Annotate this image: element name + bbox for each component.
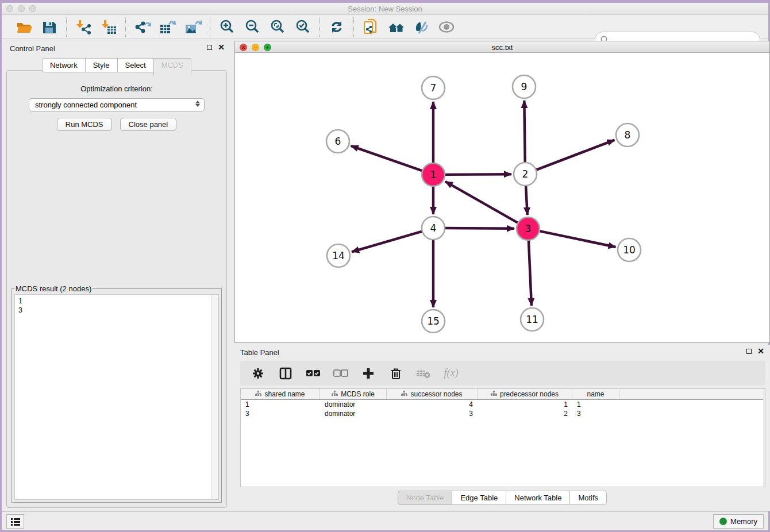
edge-2-8[interactable] bbox=[536, 140, 615, 170]
split-columns-icon[interactable] bbox=[278, 366, 293, 381]
attribute-tree-icon bbox=[332, 390, 338, 398]
edge-1-2[interactable] bbox=[445, 174, 511, 175]
zoom-in-icon[interactable] bbox=[218, 18, 236, 36]
memory-button[interactable]: Memory bbox=[713, 514, 764, 529]
edge-1-6[interactable] bbox=[351, 146, 422, 171]
delete-column-icon[interactable] bbox=[388, 366, 403, 381]
tab-edge-table[interactable]: Edge Table bbox=[452, 491, 506, 505]
node-table[interactable]: shared nameMCDS rolesuccessor nodesprede… bbox=[240, 388, 765, 487]
attribute-tree-icon bbox=[491, 390, 497, 398]
column-header-shared-name[interactable]: shared name bbox=[241, 389, 320, 399]
zoom-out-icon[interactable] bbox=[244, 18, 261, 36]
network-view-window: ✕ − + scc.txt 7968124314101511 bbox=[234, 41, 770, 343]
unselect-all-columns-icon[interactable] bbox=[333, 366, 348, 381]
result-scrollbar[interactable] bbox=[211, 295, 218, 499]
edge-4-14[interactable] bbox=[352, 232, 422, 252]
table-scrollbar[interactable] bbox=[763, 389, 765, 487]
edge-2-3[interactable] bbox=[526, 186, 528, 215]
network-canvas[interactable]: 7968124314101511 bbox=[235, 53, 769, 342]
function-builder-icon[interactable]: f(x) bbox=[444, 366, 459, 381]
table-row[interactable]: 1dominator411 bbox=[241, 400, 765, 409]
graph-node-label: 9 bbox=[521, 81, 528, 92]
add-column-icon[interactable] bbox=[361, 366, 376, 381]
edge-3-11[interactable] bbox=[529, 240, 532, 306]
table-cell[interactable]: 3 bbox=[387, 409, 478, 418]
export-network-icon[interactable] bbox=[134, 18, 151, 36]
column-header-predecessor-nodes[interactable]: predecessor nodes bbox=[478, 389, 572, 399]
mcds-tab-panel: Optimization criterion: strongly connect… bbox=[6, 70, 227, 508]
select-all-columns-icon[interactable] bbox=[306, 366, 321, 381]
window-title: Session: New Session bbox=[2, 5, 768, 13]
float-table-panel-icon[interactable] bbox=[746, 349, 752, 354]
status-bar: Memory bbox=[2, 511, 768, 530]
column-header-MCDS-role[interactable]: MCDS role bbox=[320, 389, 387, 399]
eye-icon[interactable] bbox=[438, 18, 455, 36]
graph-node-label: 7 bbox=[430, 82, 437, 94]
table-cell[interactable]: 1 bbox=[478, 400, 572, 409]
graph-node-label: 15 bbox=[427, 315, 440, 327]
export-table-icon[interactable] bbox=[159, 18, 176, 36]
table-tabs: Node Table Edge Table Network Table Moti… bbox=[234, 491, 770, 505]
mcds-result-lines: 1 3 bbox=[15, 295, 218, 317]
table-cell[interactable]: 1 bbox=[241, 400, 320, 409]
table-cell[interactable]: 3 bbox=[572, 409, 619, 418]
attribute-tree-icon bbox=[255, 390, 261, 398]
delete-table-icon[interactable] bbox=[416, 366, 431, 381]
column-label: predecessor nodes bbox=[500, 390, 559, 398]
app-window: Session: New Session bbox=[0, 0, 770, 532]
graph-node-label: 10 bbox=[623, 244, 636, 256]
edge-3-1[interactable] bbox=[445, 182, 518, 223]
graph-node-label: 6 bbox=[335, 136, 341, 147]
zoom-selected-icon[interactable] bbox=[294, 18, 311, 36]
column-label: shared name bbox=[264, 390, 305, 398]
tab-node-table[interactable]: Node Table bbox=[398, 491, 452, 505]
title-bar: Session: New Session bbox=[2, 3, 768, 15]
control-panel: Control Panel ✕ Network Style Select MCD… bbox=[3, 41, 230, 511]
clone-network-icon[interactable] bbox=[362, 18, 379, 36]
close-panel-icon[interactable]: ✕ bbox=[218, 44, 225, 50]
tab-mcds[interactable]: MCDS bbox=[153, 58, 191, 76]
tab-network-table[interactable]: Network Table bbox=[506, 491, 569, 505]
refresh-icon[interactable] bbox=[328, 18, 345, 36]
zoom-fit-icon[interactable] bbox=[269, 18, 286, 36]
mcds-result-title: MCDS result (2 nodes) bbox=[14, 284, 93, 293]
float-panel-icon[interactable] bbox=[207, 45, 212, 50]
tab-style[interactable]: Style bbox=[85, 58, 117, 72]
run-mcds-button[interactable]: Run MCDS bbox=[57, 118, 112, 131]
mcds-result-textarea[interactable]: 1 3 bbox=[14, 294, 219, 500]
hide-style-icon[interactable] bbox=[413, 18, 430, 36]
graph-node-label: 1 bbox=[430, 169, 437, 180]
close-panel-button[interactable]: Close panel bbox=[120, 118, 177, 131]
network-graph[interactable]: 7968124314101511 bbox=[235, 53, 769, 343]
tab-motifs[interactable]: Motifs bbox=[569, 491, 607, 505]
edge-3-10[interactable] bbox=[540, 231, 616, 247]
column-header-successor-nodes[interactable]: successor nodes bbox=[387, 389, 478, 399]
tab-select[interactable]: Select bbox=[117, 58, 153, 72]
network-window-title: scc.txt bbox=[235, 43, 769, 52]
gear-icon[interactable] bbox=[251, 366, 265, 381]
table-cell[interactable]: 3 bbox=[241, 409, 320, 418]
task-history-button[interactable] bbox=[6, 514, 24, 529]
table-cell[interactable]: 2 bbox=[478, 409, 572, 418]
tab-network[interactable]: Network bbox=[42, 58, 85, 72]
import-network-icon[interactable] bbox=[75, 18, 92, 36]
import-table-icon[interactable] bbox=[100, 18, 117, 36]
column-header-name[interactable]: name bbox=[572, 389, 619, 399]
export-image-icon[interactable] bbox=[184, 18, 202, 36]
table-row[interactable]: 3dominator323 bbox=[241, 409, 765, 418]
edge-4-3[interactable] bbox=[445, 228, 514, 229]
open-folder-icon[interactable] bbox=[16, 18, 33, 36]
edge-2-9[interactable] bbox=[524, 101, 525, 163]
table-cell[interactable]: dominator bbox=[320, 400, 387, 409]
memory-status-icon bbox=[719, 518, 727, 525]
table-cell[interactable]: 4 bbox=[387, 400, 478, 409]
criterion-dropdown[interactable]: strongly connected component bbox=[29, 98, 205, 111]
table-cell[interactable]: 1 bbox=[572, 400, 619, 409]
attribute-tree-icon bbox=[401, 390, 407, 398]
close-table-panel-icon[interactable]: ✕ bbox=[757, 348, 764, 354]
home-icon[interactable] bbox=[387, 18, 405, 36]
main-toolbar bbox=[2, 16, 768, 38]
network-window-titlebar[interactable]: ✕ − + scc.txt bbox=[235, 41, 769, 53]
save-icon[interactable] bbox=[41, 18, 58, 36]
table-cell[interactable]: dominator bbox=[320, 409, 387, 418]
